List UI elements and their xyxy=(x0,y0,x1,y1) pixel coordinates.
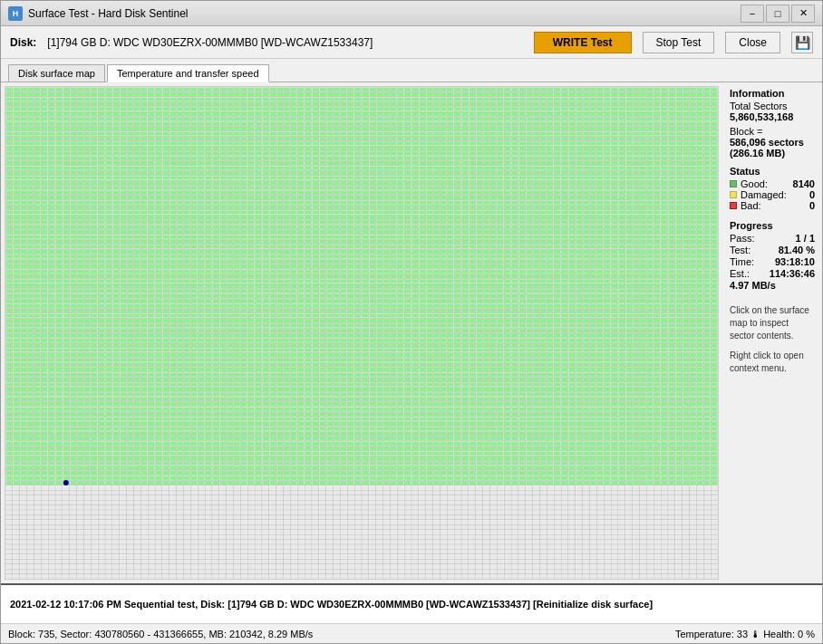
est-row: Est.: 114:36:46 xyxy=(730,268,815,279)
block-size: (286.16 MB) xyxy=(730,148,815,159)
total-sectors-label: Total Sectors xyxy=(730,101,815,111)
save-button[interactable]: 💾 xyxy=(791,32,813,53)
good-row: Good: 8140 xyxy=(730,178,815,189)
status-bar: Block: 735, Sector: 430780560 - 43136665… xyxy=(1,623,822,643)
test-label: Test: xyxy=(730,245,750,255)
header-bar: Disk: [1]794 GB D: WDC WD30EZRX-00MMMB0 … xyxy=(1,26,822,59)
progress-section-label: Progress xyxy=(730,220,815,231)
progress-section: Progress Pass: 1 / 1 Test: 81.40 % Time:… xyxy=(730,220,815,292)
good-dot-icon xyxy=(730,180,737,187)
pass-row: Pass: 1 / 1 xyxy=(730,233,815,244)
damaged-dot-icon xyxy=(730,191,737,198)
disk-name: [1]794 GB D: WDC WD30EZRX-00MMMB0 [WD-WC… xyxy=(47,36,373,49)
window-close-button[interactable]: ✕ xyxy=(791,5,815,23)
maximize-button[interactable]: □ xyxy=(766,5,789,23)
pass-value: 1 / 1 xyxy=(796,233,815,244)
speed-value: 4.97 MB/s xyxy=(730,280,776,291)
tabs-bar: Disk surface map Temperature and transfe… xyxy=(1,59,822,82)
stop-test-button[interactable]: Stop Test xyxy=(643,32,715,53)
bad-label: Bad: xyxy=(741,200,761,211)
damaged-value: 0 xyxy=(809,189,815,200)
total-sectors-value: 5,860,533,168 xyxy=(730,111,815,122)
tab-disk-surface-map[interactable]: Disk surface map xyxy=(8,64,105,82)
disk-label: Disk: xyxy=(10,36,36,49)
bad-row: Bad: 0 xyxy=(730,200,815,211)
click-hint: Click on the surface map to inspect sect… xyxy=(730,304,815,342)
time-label: Time: xyxy=(730,256,754,267)
damaged-label: Damaged: xyxy=(741,189,787,200)
close-header-button[interactable]: Close xyxy=(725,32,780,53)
log-bar: 2021-02-12 10:17:06 PM Sequential test, … xyxy=(1,583,822,623)
info-section: Information Total Sectors 5,860,533,168 … xyxy=(730,88,815,159)
info-section-label: Information xyxy=(730,88,815,99)
time-value: 93:18:10 xyxy=(775,256,815,267)
tab-temperature-transfer[interactable]: Temperature and transfer speed xyxy=(107,64,269,82)
pass-label: Pass: xyxy=(730,233,755,244)
status-right: Temperature: 33 🌡 Health: 0 % xyxy=(675,629,815,639)
right-click-hint: Right click to open context menu. xyxy=(730,350,815,375)
bad-dot-icon xyxy=(730,202,737,209)
title-bar: H Surface Test - Hard Disk Sentinel − □ … xyxy=(1,1,822,26)
speed-row: 4.97 MB/s xyxy=(730,280,815,291)
status-section-label: Status xyxy=(730,166,815,177)
main-content: Information Total Sectors 5,860,533,168 … xyxy=(1,82,822,583)
test-value: 81.40 % xyxy=(779,245,815,255)
surface-canvas[interactable] xyxy=(5,87,718,579)
minimize-button[interactable]: − xyxy=(741,5,764,23)
status-section: Status Good: 8140 Damaged: 0 Bad: 0 xyxy=(730,166,815,211)
surface-map-container[interactable] xyxy=(5,86,719,580)
log-text: 2021-02-12 10:17:06 PM Sequential test, … xyxy=(10,599,653,610)
save-icon: 💾 xyxy=(795,35,810,50)
est-value: 114:36:46 xyxy=(770,268,815,279)
good-label: Good: xyxy=(741,178,768,189)
good-value: 8140 xyxy=(793,178,815,189)
block-sectors: 586,096 sectors xyxy=(730,137,815,148)
app-icon: H xyxy=(8,6,23,21)
time-row: Time: 93:18:10 xyxy=(730,256,815,267)
status-left: Block: 735, Sector: 430780560 - 43136665… xyxy=(8,629,657,639)
est-label: Est.: xyxy=(730,268,750,279)
window-title: Surface Test - Hard Disk Sentinel xyxy=(28,7,741,20)
window-controls: − □ ✕ xyxy=(741,5,815,23)
block-label: Block = xyxy=(730,126,815,137)
main-window: H Surface Test - Hard Disk Sentinel − □ … xyxy=(0,0,823,644)
damaged-row: Damaged: 0 xyxy=(730,189,815,200)
test-row: Test: 81.40 % xyxy=(730,245,815,255)
right-panel: Information Total Sectors 5,860,533,168 … xyxy=(722,82,822,583)
bad-value: 0 xyxy=(809,200,815,211)
write-test-button[interactable]: WRITE Test xyxy=(534,32,632,53)
